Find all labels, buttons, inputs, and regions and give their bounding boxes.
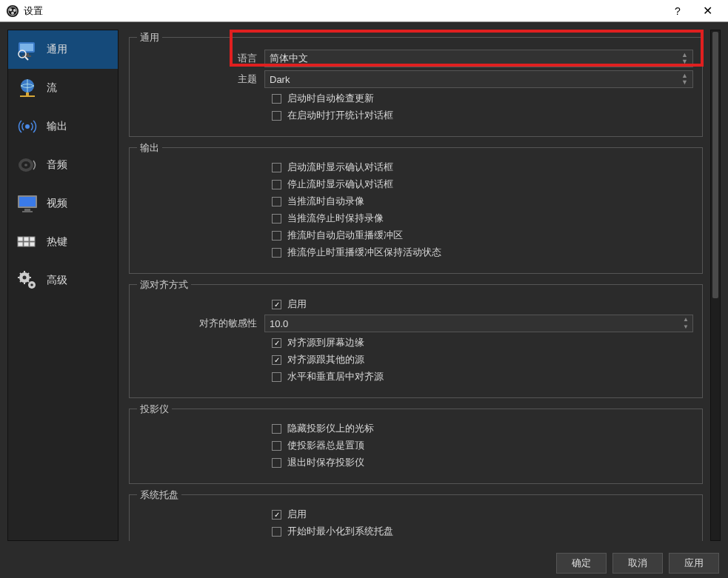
sidebar-item-label: 视频 — [47, 197, 67, 210]
checkbox-label: 推流停止时重播缓冲区保持活动状态 — [287, 246, 441, 259]
titlebar: 设置 ? ✕ — [0, 0, 728, 22]
checkbox-icon — [272, 441, 281, 451]
sidebar-item-video[interactable]: 视频 — [8, 184, 118, 223]
checkbox-icon — [272, 231, 281, 241]
auto-record-checkbox[interactable]: 当推流时自动录像 — [138, 195, 693, 208]
svg-point-3 — [13, 9, 16, 12]
checkbox-label: 对齐源到屏幕边缘 — [287, 336, 364, 349]
sidebar-item-hotkeys[interactable]: 热键 — [8, 223, 118, 261]
window-title: 设置 — [24, 4, 43, 18]
cancel-button[interactable]: 取消 — [612, 553, 663, 574]
monitor-icon — [16, 192, 39, 215]
group-general: 通用 语言 简体中文 ▲▼ 主题 Dark ▲▼ — [129, 37, 703, 137]
stream-start-confirm-checkbox[interactable]: 启动流时显示确认对话框 — [138, 161, 693, 174]
monitor-settings-icon — [16, 38, 39, 61]
checkbox-label: 开始时最小化到系统托盘 — [287, 525, 393, 538]
svg-point-17 — [24, 164, 27, 167]
svg-rect-12 — [26, 93, 29, 95]
checkbox-label: 启动流时显示确认对话框 — [287, 161, 393, 174]
auto-replay-buffer-checkbox[interactable]: 推流时自动启动重播缓冲区 — [138, 229, 693, 242]
main-panel: 通用 语言 简体中文 ▲▼ 主题 Dark ▲▼ — [126, 30, 721, 541]
always-on-top-checkbox[interactable]: 使投影器总是置顶 — [138, 439, 693, 452]
globe-network-icon — [16, 76, 39, 100]
svg-line-10 — [25, 57, 28, 60]
svg-rect-23 — [24, 237, 29, 241]
sensitivity-value: 10.0 — [270, 318, 288, 329]
checkbox-icon — [272, 163, 281, 172]
checkbox-label: 推流时自动启动重播缓冲区 — [287, 229, 403, 242]
checkbox-label: 当推流时自动录像 — [287, 195, 364, 208]
gears-icon — [16, 269, 39, 292]
svg-line-36 — [20, 273, 21, 275]
close-button[interactable]: ✕ — [692, 0, 722, 22]
keyboard-icon — [16, 230, 39, 254]
svg-point-14 — [25, 124, 30, 129]
sidebar-item-stream[interactable]: 流 — [8, 69, 118, 107]
snap-other-checkbox[interactable]: 对齐源跟其他的源 — [138, 353, 693, 366]
center-align-checkbox[interactable]: 水平和垂直居中对齐源 — [138, 370, 693, 383]
checkbox-label: 水平和垂直居中对齐源 — [287, 370, 384, 383]
svg-rect-20 — [24, 209, 30, 211]
svg-rect-24 — [30, 237, 35, 241]
checkbox-icon — [272, 180, 281, 189]
help-button[interactable]: ? — [663, 0, 692, 22]
sidebar-item-general[interactable]: 通用 — [8, 30, 118, 69]
checkbox-label: 对齐源跟其他的源 — [287, 353, 364, 366]
sidebar-item-output[interactable]: 输出 — [8, 107, 118, 146]
group-title: 投影仪 — [137, 403, 172, 416]
sidebar-item-label: 热键 — [47, 235, 67, 249]
apply-button[interactable]: 应用 — [669, 553, 719, 574]
theme-value: Dark — [270, 74, 290, 85]
checkbox-label: 停止流时显示确认对话框 — [287, 178, 393, 191]
ok-button[interactable]: 确定 — [556, 553, 607, 574]
chevron-updown-icon: ▲▼ — [681, 73, 688, 86]
sensitivity-spinbox[interactable]: 10.0 ▲▼ — [264, 315, 693, 332]
broadcast-icon — [16, 115, 39, 138]
stream-stop-confirm-checkbox[interactable]: 停止流时显示确认对话框 — [138, 178, 693, 191]
checkbox-icon — [272, 248, 281, 258]
checkbox-checked-icon — [272, 355, 281, 365]
sensitivity-label: 对齐的敏感性 — [138, 317, 264, 330]
group-title: 输出 — [137, 141, 162, 155]
language-label: 语言 — [138, 52, 264, 65]
obs-logo-icon — [6, 4, 19, 18]
checkbox-icon — [272, 94, 281, 104]
svg-rect-21 — [22, 211, 33, 212]
checkbox-icon — [272, 527, 281, 537]
language-value: 简体中文 — [270, 52, 308, 65]
hide-cursor-checkbox[interactable]: 隐藏投影仪上的光标 — [138, 422, 693, 435]
save-on-exit-checkbox[interactable]: 退出时保存投影仪 — [138, 456, 693, 469]
checkbox-label: 使投影器总是置顶 — [287, 439, 364, 452]
svg-line-37 — [28, 281, 30, 283]
checkbox-label: 启用 — [287, 298, 307, 311]
svg-rect-26 — [24, 242, 29, 246]
sidebar-item-audio[interactable]: 音频 — [8, 146, 118, 184]
check-updates-checkbox[interactable]: 启动时自动检查更新 — [138, 92, 693, 105]
svg-line-39 — [28, 273, 30, 275]
sidebar-item-advanced[interactable]: 高级 — [8, 261, 118, 300]
group-title: 通用 — [137, 31, 162, 44]
sidebar-item-label: 通用 — [47, 43, 67, 56]
checkbox-label: 启动时自动检查更新 — [287, 92, 374, 105]
snap-screen-checkbox[interactable]: 对齐源到屏幕边缘 — [138, 336, 693, 349]
svg-point-29 — [23, 276, 27, 280]
group-title: 系统托盘 — [137, 488, 181, 502]
speaker-icon — [16, 153, 39, 177]
checkbox-label: 在启动时打开统计对话框 — [287, 109, 393, 122]
theme-combo[interactable]: Dark ▲▼ — [264, 70, 693, 88]
vertical-scrollbar[interactable] — [710, 30, 721, 541]
tray-enable-checkbox[interactable]: 启用 — [138, 508, 693, 521]
svg-rect-27 — [30, 242, 35, 246]
minimize-on-start-checkbox[interactable]: 开始时最小化到系统托盘 — [138, 525, 693, 538]
sidebar-item-label: 高级 — [47, 274, 67, 287]
scrollbar-thumb[interactable] — [712, 32, 718, 298]
language-combo[interactable]: 简体中文 ▲▼ — [264, 50, 693, 67]
checkbox-checked-icon — [272, 338, 281, 348]
alignment-enable-checkbox[interactable]: 启用 — [138, 298, 693, 311]
checkbox-icon — [272, 372, 281, 382]
keep-record-checkbox[interactable]: 当推流停止时保持录像 — [138, 212, 693, 225]
stats-dialog-checkbox[interactable]: 在启动时打开统计对话框 — [138, 109, 693, 122]
keep-replay-checkbox[interactable]: 推流停止时重播缓冲区保持活动状态 — [138, 246, 693, 259]
checkbox-icon — [272, 458, 281, 468]
spin-buttons-icon: ▲▼ — [681, 316, 691, 331]
